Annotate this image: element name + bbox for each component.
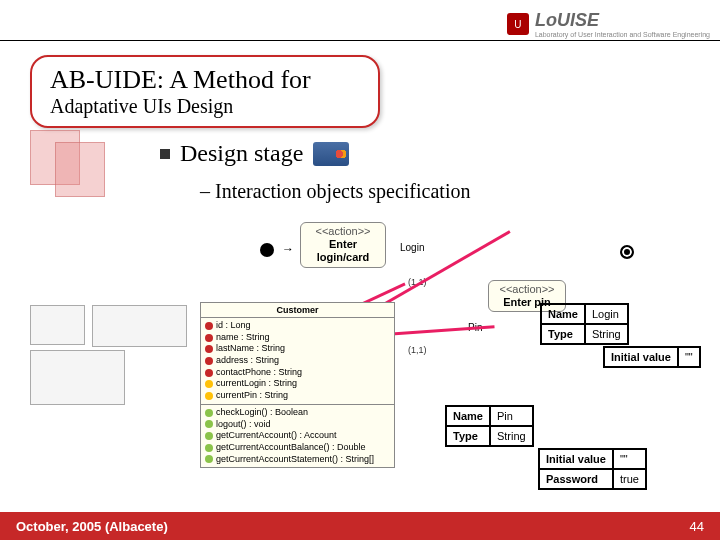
spec-table-pin-extra: Initial value"" Passwordtrue	[538, 448, 647, 490]
uml-class-box: Customer id : Long name : String lastNam…	[200, 302, 395, 468]
header-divider	[0, 40, 720, 41]
slide-title: AB-UIDE: A Method for	[50, 65, 360, 95]
attribute: name : String	[216, 332, 270, 344]
uml-action-box: <<action>> Enter login/card	[300, 222, 386, 268]
spec-label: Password	[539, 469, 613, 489]
spec-value: true	[613, 469, 646, 489]
stereotype-label: <<action>>	[309, 225, 377, 238]
attribute: currentLogin : String	[216, 378, 297, 390]
spec-label: Initial value	[604, 347, 678, 367]
attribute: lastName : String	[216, 343, 285, 355]
uml-end-node-icon	[620, 245, 634, 259]
spec-value: String	[585, 324, 628, 344]
spec-table-pin: NamePin TypeString	[445, 405, 534, 447]
brand-name: LoUISE	[535, 10, 710, 31]
spec-label: Type	[446, 426, 490, 446]
class-name: Customer	[201, 303, 394, 318]
guard-label: (1,1)	[408, 345, 427, 355]
credit-card-icon	[313, 142, 349, 166]
spec-value: Pin	[490, 406, 533, 426]
bullet-square-icon	[160, 149, 170, 159]
sub-bullet-text: – Interaction objects specification	[200, 180, 470, 203]
bullet-row: Design stage	[160, 140, 349, 167]
spec-table-login-extra: Initial value""	[603, 346, 701, 368]
pink-block	[55, 142, 105, 197]
spec-label: Initial value	[539, 449, 613, 469]
diagram-thumbnail	[30, 305, 85, 345]
bullet-text: Design stage	[180, 140, 303, 167]
operation: checkLogin() : Boolean	[216, 407, 308, 419]
flow-label-login: Login	[400, 242, 424, 253]
diagram-thumbnail	[92, 305, 187, 347]
brand-subtitle: Laboratory of User Interaction and Softw…	[535, 31, 710, 38]
slide-title-box: AB-UIDE: A Method for Adaptative UIs Des…	[30, 55, 380, 128]
footer-text: October, 2005 (Albacete)	[16, 519, 168, 534]
class-attributes: id : Long name : String lastName : Strin…	[201, 318, 394, 405]
slide-subtitle: Adaptative UIs Design	[50, 95, 360, 118]
spec-label: Name	[446, 406, 490, 426]
footer-bar: October, 2005 (Albacete) 44	[0, 512, 720, 540]
class-operations: checkLogin() : Boolean logout() : void g…	[201, 405, 394, 467]
attribute: currentPin : String	[216, 390, 288, 402]
page-number: 44	[690, 519, 704, 534]
attribute: contactPhone : String	[216, 367, 302, 379]
spec-value: Login	[585, 304, 628, 324]
spec-value: ""	[678, 347, 700, 367]
operation: getCurrentAccountStatement() : String[]	[216, 454, 374, 466]
spec-table-login: NameLogin TypeString	[540, 303, 629, 345]
spec-label: Type	[541, 324, 585, 344]
attribute: address : String	[216, 355, 279, 367]
header: U LoUISE Laboratory of User Interaction …	[507, 10, 710, 38]
uml-start-node-icon	[260, 243, 274, 257]
operation: logout() : void	[216, 419, 271, 431]
logo-icon: U	[507, 13, 529, 35]
attribute: id : Long	[216, 320, 251, 332]
spec-value: ""	[613, 449, 646, 469]
operation: getCurrentAccountBalance() : Double	[216, 442, 366, 454]
arrow-icon: →	[282, 242, 294, 256]
action-name: Enter login/card	[309, 238, 377, 264]
spec-value: String	[490, 426, 533, 446]
spec-label: Name	[541, 304, 585, 324]
stereotype-label: <<action>>	[497, 283, 557, 296]
operation: getCurrentAccount() : Account	[216, 430, 337, 442]
diagram-thumbnail	[30, 350, 125, 405]
